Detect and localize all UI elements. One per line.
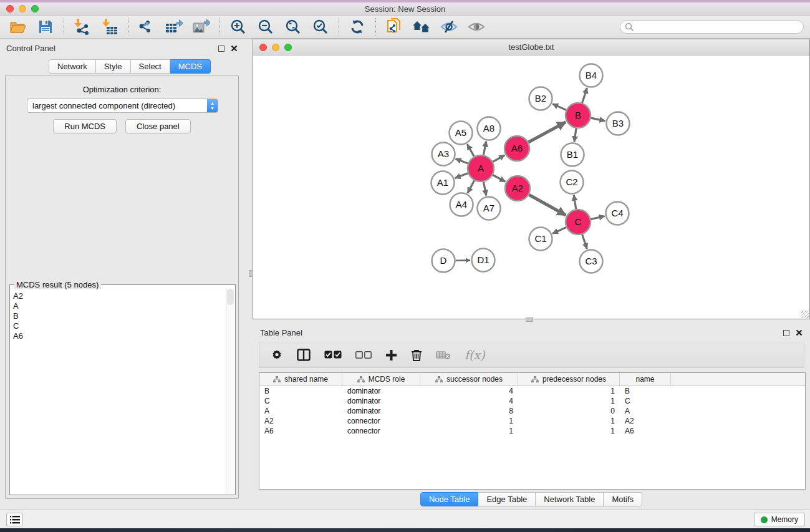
edge-B-B1[interactable] [574,128,576,142]
column-header-name[interactable]: name [620,373,671,385]
export-image-icon[interactable] [192,18,211,36]
edge-A2-C[interactable] [529,195,566,215]
mcds-result-item[interactable]: B [13,311,226,321]
node-D[interactable]: D [432,249,455,273]
tab-mcds[interactable]: MCDS [170,59,211,74]
add-column-icon[interactable] [385,349,397,361]
column-header-shared-name[interactable]: shared name [259,373,342,385]
edge-A6-B[interactable] [528,122,566,142]
tab-motifs[interactable]: Motifs [604,492,642,506]
edge-A-A2[interactable] [493,175,505,181]
edge-B-B3[interactable] [591,118,605,121]
edge-A-A4[interactable] [468,180,475,193]
close-table-panel-icon[interactable] [796,329,803,336]
hide-graphics-details-icon[interactable] [440,18,458,36]
node-B2[interactable]: B2 [529,87,552,110]
close-panel-icon[interactable] [231,45,238,52]
edge-A-A6[interactable] [493,155,504,162]
edge-C-C2[interactable] [574,195,576,210]
new-network-from-selection-icon[interactable] [385,18,403,36]
show-graphics-details-icon[interactable] [467,18,486,36]
refresh-icon[interactable] [348,18,367,36]
node-A7[interactable]: A7 [478,197,501,220]
network-window-titlebar[interactable]: testGlobe.txt [253,39,809,56]
table-row[interactable]: Bdominator41B [259,386,805,396]
homes-icon[interactable] [412,18,431,36]
edge-B-B4[interactable] [582,88,587,103]
node-A8[interactable]: A8 [478,117,501,140]
edge-A-A1[interactable] [455,173,468,178]
mcds-result-item[interactable]: A6 [13,331,226,341]
table-row[interactable]: Adominator80A [259,406,805,416]
splitter-handle-bottom[interactable] [526,317,533,322]
mcds-result-item[interactable]: C [13,321,226,331]
search-input[interactable] [620,20,804,34]
table-row[interactable]: A6connector11A6 [259,426,805,436]
export-network-icon[interactable] [137,18,156,36]
node-C2[interactable]: C2 [561,171,584,194]
node-A6[interactable]: A6 [504,136,529,161]
zoom-selected-icon[interactable] [311,18,330,36]
tab-edge-table[interactable]: Edge Table [478,492,536,506]
import-table-icon[interactable] [100,18,119,36]
edge-A-A5[interactable] [467,144,474,157]
open-session-icon[interactable] [9,18,27,36]
deselect-all-icon[interactable] [355,351,372,359]
node-A4[interactable]: A4 [450,193,473,216]
edge-C-C3[interactable] [582,235,587,249]
node-A3[interactable]: A3 [432,143,455,166]
memory-button[interactable]: Memory [754,513,805,526]
zoom-out-icon[interactable] [256,18,275,36]
node-C3[interactable]: C3 [580,250,603,273]
zoom-in-icon[interactable] [229,18,248,36]
mcds-scrollbar[interactable] [226,289,234,494]
edge-B-B2[interactable] [552,104,566,110]
column-selector-icon[interactable] [297,349,311,361]
mcds-result-item[interactable]: A [13,301,226,311]
column-header-MCDS-role[interactable]: MCDS role [342,373,420,385]
node-A2[interactable]: A2 [505,176,530,201]
node-B1[interactable]: B1 [561,143,584,167]
column-header-predecessor-nodes[interactable]: predecessor nodes [518,373,620,385]
node-A1[interactable]: A1 [432,172,455,195]
resize-grip-icon[interactable] [801,311,809,318]
edge-A-A8[interactable] [483,142,486,155]
tab-network[interactable]: Network [49,59,96,74]
mcds-result-list[interactable]: A2ABCA6 [11,289,226,494]
table-row[interactable]: Cdominator41C [259,396,805,406]
splitter-handle-left[interactable] [249,270,253,277]
node-A[interactable]: A [468,155,494,181]
edge-A-A3[interactable] [456,159,468,164]
tab-select[interactable]: Select [131,59,170,74]
float-table-panel-icon[interactable] [783,330,789,336]
node-C4[interactable]: C4 [606,202,629,225]
table-row[interactable]: A2connector11A2 [259,416,805,426]
select-all-icon[interactable] [324,351,342,359]
settings-gear-icon[interactable] [271,349,283,361]
edge-C-C4[interactable] [591,216,604,220]
delete-table-icon[interactable] [436,350,451,360]
mcds-result-item[interactable]: A2 [13,291,226,301]
column-header-successor-nodes[interactable]: successor nodes [420,373,518,385]
save-session-icon[interactable] [36,18,55,36]
edge-C-C1[interactable] [552,228,566,234]
node-B3[interactable]: B3 [607,112,630,135]
network-graph[interactable]: B4B2BB3A8A5A6A3B1AA1C2A2A4A7C4CC1C3DD1 [253,56,809,319]
import-network-icon[interactable] [73,18,92,36]
zoom-fit-icon[interactable] [284,18,302,36]
close-panel-button[interactable]: Close panel [125,119,191,133]
node-D1[interactable]: D1 [472,249,495,272]
tab-style[interactable]: Style [96,59,131,74]
task-history-button[interactable] [6,513,23,526]
tab-network-table[interactable]: Network Table [536,492,604,506]
node-B4[interactable]: B4 [580,64,603,87]
function-builder-icon[interactable]: f(x) [465,348,485,362]
node-C1[interactable]: C1 [529,228,552,251]
delete-column-icon[interactable] [411,349,422,361]
criterion-dropdown[interactable]: largest connected component (directed) ▲… [27,99,218,113]
export-table-icon[interactable] [165,18,183,36]
node-A5[interactable]: A5 [450,122,473,145]
edge-A-A7[interactable] [483,182,486,196]
float-panel-icon[interactable] [218,46,224,52]
search-field[interactable] [634,22,790,31]
